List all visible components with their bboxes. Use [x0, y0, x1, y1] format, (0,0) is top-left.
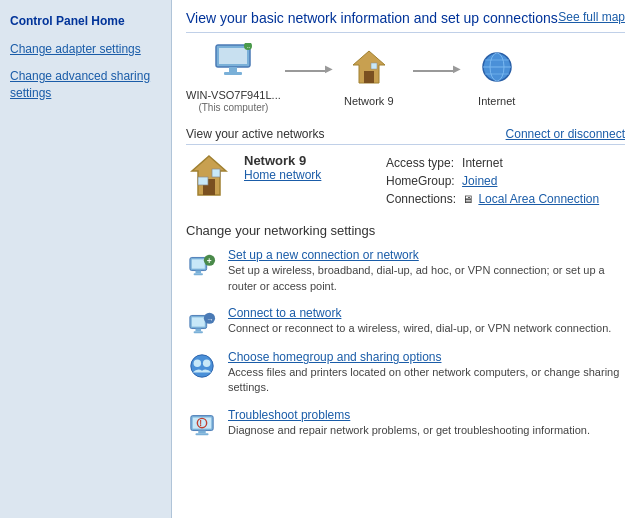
connect-disconnect-link[interactable]: Connect or disconnect — [506, 127, 625, 141]
homegroup-setting-desc: Access files and printers located on oth… — [228, 366, 619, 393]
svg-rect-35 — [198, 430, 205, 433]
connect-network-desc: Connect or reconnect to a wireless, wire… — [228, 322, 611, 334]
connect-network-text: Connect to a network Connect or reconnec… — [228, 306, 625, 336]
sidebar-title: Control Panel Home — [0, 8, 171, 38]
sidebar: Control Panel Home Change adapter settin… — [0, 0, 172, 518]
network-type-link[interactable]: Home network — [244, 168, 321, 182]
globe-icon — [478, 49, 516, 92]
active-network-row: Network 9 Home network Access type: Inte… — [186, 153, 625, 209]
svg-rect-17 — [198, 177, 208, 185]
see-full-map-link[interactable]: See full map — [558, 10, 625, 24]
homegroup-icon — [186, 350, 218, 382]
homegroup-label: HomeGroup: — [386, 173, 460, 189]
diagram-internet: Internet — [457, 49, 537, 108]
new-connection-desc: Set up a wireless, broadband, dial-up, a… — [228, 264, 605, 291]
active-networks-header: View your active networks Connect or dis… — [186, 127, 625, 145]
connections-label: Connections: — [386, 191, 460, 207]
sidebar-link-adapter[interactable]: Change adapter settings — [0, 38, 171, 61]
setting-item-new-connection: + Set up a new connection or network Set… — [186, 248, 625, 294]
page-title: View your basic network information and … — [186, 10, 558, 26]
network-label: Network 9 — [344, 94, 394, 108]
arrow-2 — [409, 70, 457, 72]
connections-row: Connections: 🖥 Local Area Connection — [386, 191, 603, 207]
svg-rect-27 — [194, 331, 203, 333]
new-connection-link[interactable]: Set up a new connection or network — [228, 248, 625, 262]
svg-rect-2 — [229, 67, 237, 72]
page-title-bar: See full map View your basic network inf… — [186, 10, 625, 33]
svg-point-32 — [203, 360, 210, 367]
network-diagram: ↔ WIN-VSO7F941L... (This computer) — [186, 43, 625, 113]
setting-item-homegroup: Choose homegroup and sharing options Acc… — [186, 350, 625, 396]
diagram-network: Network 9 — [329, 49, 409, 108]
access-type-row: Access type: Internet — [386, 155, 603, 171]
troubleshoot-icon: ! — [186, 408, 218, 440]
svg-rect-20 — [195, 271, 201, 274]
computer-icon: ↔ — [212, 43, 254, 86]
connection-icon: 🖥 — [462, 193, 473, 205]
svg-text:→: → — [206, 315, 213, 324]
svg-rect-36 — [195, 433, 208, 435]
new-connection-icon: + — [186, 248, 218, 280]
svg-rect-26 — [195, 329, 201, 332]
network-name-block: Network 9 Home network — [244, 153, 384, 182]
connect-network-icon: → — [186, 306, 218, 338]
computer-label: WIN-VSO7F941L... — [186, 88, 281, 102]
svg-rect-21 — [194, 274, 203, 276]
svg-rect-3 — [224, 72, 242, 75]
access-type-label: Access type: — [386, 155, 460, 171]
svg-rect-34 — [193, 417, 212, 428]
svg-point-31 — [194, 360, 201, 367]
connect-network-link[interactable]: Connect to a network — [228, 306, 625, 320]
homegroup-row: HomeGroup: Joined — [386, 173, 603, 189]
setting-item-connect-network: → Connect to a network Connect or reconn… — [186, 306, 625, 338]
homegroup-value[interactable]: Joined — [462, 174, 497, 188]
sidebar-link-advanced-sharing[interactable]: Change advanced sharing settings — [0, 65, 171, 105]
svg-rect-16 — [212, 169, 220, 177]
setting-item-troubleshoot: ! Troubleshoot problems Diagnose and rep… — [186, 408, 625, 440]
svg-rect-19 — [192, 260, 205, 269]
connections-value[interactable]: Local Area Connection — [478, 192, 599, 206]
svg-rect-8 — [371, 63, 377, 69]
access-type-value: Internet — [462, 155, 603, 171]
homegroup-setting-link[interactable]: Choose homegroup and sharing options — [228, 350, 625, 364]
active-networks-label: View your active networks — [186, 127, 325, 141]
internet-label: Internet — [478, 94, 515, 108]
main-content: See full map View your basic network inf… — [172, 0, 639, 518]
svg-point-30 — [191, 355, 213, 377]
troubleshoot-link[interactable]: Troubleshoot problems — [228, 408, 625, 422]
change-settings-title: Change your networking settings — [186, 223, 625, 238]
svg-rect-25 — [192, 317, 205, 326]
svg-text:↔: ↔ — [246, 44, 251, 50]
new-connection-text: Set up a new connection or network Set u… — [228, 248, 625, 294]
active-network-name: Network 9 — [244, 153, 384, 168]
svg-rect-1 — [219, 48, 247, 64]
active-network-icon — [186, 153, 232, 205]
homegroup-setting-text: Choose homegroup and sharing options Acc… — [228, 350, 625, 396]
troubleshoot-text: Troubleshoot problems Diagnose and repai… — [228, 408, 625, 438]
computer-sub: (This computer) — [198, 102, 268, 113]
diagram-computer: ↔ WIN-VSO7F941L... (This computer) — [186, 43, 281, 113]
troubleshoot-desc: Diagnose and repair network problems, or… — [228, 424, 590, 436]
network-info-table: Access type: Internet HomeGroup: Joined … — [384, 153, 605, 209]
svg-text:+: + — [207, 256, 212, 266]
svg-rect-7 — [364, 71, 374, 83]
arrow-1 — [281, 70, 329, 72]
network-house-diagram-icon — [349, 49, 389, 92]
